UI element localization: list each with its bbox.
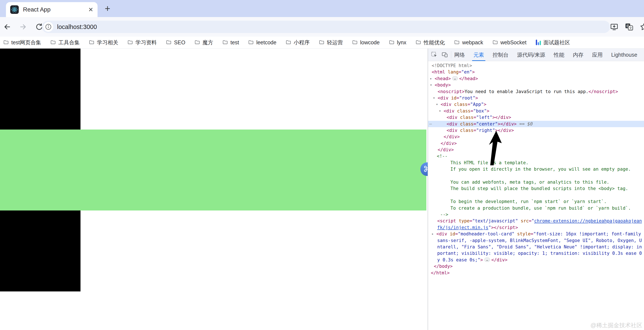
bookmark-label: test网页合集 (11, 39, 41, 46)
bookmark-item[interactable]: SEO (166, 40, 185, 46)
devtools-tab[interactable]: 网络 (454, 48, 465, 61)
annotation-arrow (482, 130, 504, 166)
dom-tree-row[interactable]: <!DOCTYPE html> (428, 62, 644, 69)
dom-tree-row[interactable]: ▾<body> (428, 82, 644, 88)
dom-tree-row[interactable]: --> (428, 211, 644, 218)
token-tag: ></script> (491, 225, 518, 230)
token-plain (518, 218, 521, 224)
device-toolbar-icon[interactable] (442, 52, 448, 58)
dom-tree-row[interactable]: <div class="right"></div> (428, 127, 644, 134)
token-tag: = (474, 128, 476, 133)
token-tag: = (458, 70, 461, 74)
forward-icon[interactable] (18, 21, 28, 32)
dom-tree-row[interactable]: ▸<div id="modheader-tool-card" style="fo… (428, 231, 644, 237)
bookmark-star-icon[interactable] (638, 21, 644, 32)
token-val: "center" (476, 122, 498, 126)
bookmark-item[interactable]: 轻运营 (319, 39, 343, 46)
dom-tree-row[interactable]: To create a production bundle, use `npm … (428, 205, 644, 211)
install-app-icon[interactable] (609, 21, 620, 32)
bookmark-item[interactable]: 魔方 (195, 39, 213, 46)
dom-tree-row[interactable]: ntarell, "Fira Sans", "Droid Sans", "Hel… (428, 244, 644, 250)
dom-tree-row[interactable]: ▾<div class="box"> (428, 108, 644, 114)
tab-close-icon[interactable]: ✕ (88, 6, 93, 13)
token-tag: = (468, 102, 470, 107)
dom-tree-row[interactable]: This HTML file is a template. (428, 160, 644, 166)
bookmark-item[interactable]: 性能优化 (416, 39, 445, 46)
browser-tab[interactable]: React App ✕ (6, 2, 98, 17)
bookmark-item[interactable]: test网页合集 (4, 39, 41, 46)
dom-tree-row[interactable]: fk/js/inject.min.js"></script> (428, 224, 644, 231)
bookmark-item[interactable]: 学习资料 (128, 39, 157, 46)
dom-tree-row[interactable]: <html lang="en"> (428, 69, 644, 75)
devtools-tab[interactable]: 内存 (573, 48, 584, 61)
dom-tree-row[interactable]: The build step will place the bundled sc… (428, 185, 644, 192)
token-val: font-size: 16px !important; font-family (536, 231, 641, 236)
expander-open-icon[interactable]: ▾ (430, 82, 432, 88)
translate-icon[interactable]: G 文 (624, 21, 635, 32)
devtools-tab[interactable]: 应用 (592, 48, 603, 61)
dom-tree-row[interactable]: ⋯<div class="center"></div> == $0 (428, 121, 644, 127)
expander-closed-icon[interactable]: ▸ (430, 76, 432, 82)
dom-tree-row[interactable] (428, 192, 644, 198)
bookmark-label: webpack (462, 40, 483, 46)
token-val: "text/javascript" (472, 218, 518, 224)
dom-tree-row[interactable]: ▾<div class="App"> (428, 101, 644, 108)
bookmark-item[interactable]: 小程序 (286, 39, 310, 46)
expander-closed-icon[interactable]: ▸ (432, 231, 434, 237)
row-menu-icon[interactable]: ⋯ (429, 121, 432, 127)
dom-tree-row[interactable]: </div> (428, 140, 644, 146)
dom-tree-row[interactable]: portant; visibility: visible; opacity: 1… (428, 250, 644, 256)
dom-tree-row[interactable]: To begin the development, run `npm start… (428, 198, 644, 205)
dom-tree-row[interactable]: <noscript>You need to enable JavaScript … (428, 88, 644, 95)
dom-tree-row[interactable] (428, 172, 644, 179)
token-pill: … (484, 258, 490, 262)
devtools-tab[interactable]: 控制台 (492, 48, 508, 61)
bookmark-label: 面试题社区 (544, 39, 570, 46)
browser-toolbar: localhost:3000 G 文 (0, 17, 644, 37)
devtools-tab[interactable]: 性能 (554, 48, 564, 61)
bookmark-item[interactable]: webpack (454, 40, 483, 46)
expander-open-icon[interactable]: ▾ (433, 95, 435, 101)
token-tag: <div (446, 128, 460, 133)
dom-tree-row[interactable]: If you open it directly in the browser, … (428, 166, 644, 172)
dom-tree-row[interactable]: <script type="text/javascript" src="chro… (428, 218, 644, 224)
inspect-element-icon[interactable] (431, 52, 438, 58)
expander-open-icon[interactable]: ▾ (436, 101, 438, 108)
dom-tree-row[interactable]: You can add webfonts, meta tags, or anal… (428, 179, 644, 185)
devtools-tab[interactable]: 源代码/来源 (517, 48, 545, 61)
token-comment: --> (440, 212, 448, 217)
dom-tree-row[interactable]: </body> (428, 263, 644, 270)
bookmark-item[interactable]: webSocket (492, 40, 526, 46)
bookmark-item[interactable]: 学习相关 (89, 39, 118, 46)
bookmark-item[interactable]: test (222, 40, 239, 46)
token-tag: = (470, 108, 473, 114)
devtools-tab[interactable]: 元素 (474, 48, 484, 61)
dom-tree-row[interactable]: <!-- (428, 153, 644, 159)
token-val: "App" (470, 102, 484, 107)
address-bar[interactable]: localhost:3000 (42, 21, 610, 33)
dom-tree-row[interactable]: sans-serif, -apple-system, BlinkMacSyste… (428, 237, 644, 244)
bookmark-item[interactable]: 面试题社区 (536, 39, 570, 46)
folder-icon (4, 40, 9, 46)
bookmark-item[interactable]: lowcode (352, 40, 380, 46)
expander-open-icon[interactable]: ▾ (439, 108, 441, 114)
token-tag: <div (444, 108, 457, 114)
dom-tree-row[interactable]: </div> (428, 146, 644, 153)
bookmark-item[interactable]: leetcode (248, 40, 276, 46)
dom-tree-row[interactable]: </div> (428, 134, 644, 140)
dom-tree-row[interactable]: <div class="left"></div> (428, 114, 644, 120)
token-tag: <div (446, 122, 460, 126)
react-favicon-icon (10, 5, 19, 14)
token-tag: > (498, 122, 500, 126)
dom-tree-row[interactable]: ▸<head>…</head> (428, 76, 644, 82)
site-info-icon[interactable] (44, 22, 53, 32)
dom-tree-row[interactable]: y 0.3s ease 0s;">…</div> (428, 257, 644, 263)
dom-tree-row[interactable]: </html> (428, 270, 644, 276)
devtools-tab[interactable]: Lighthouse (611, 48, 637, 61)
bookmark-item[interactable]: 工具合集 (50, 39, 80, 46)
dom-tree-row[interactable]: ▾<div id="root"> (428, 95, 644, 101)
new-tab-button[interactable]: + (105, 2, 110, 14)
back-icon[interactable] (2, 21, 13, 32)
svg-text:文: 文 (629, 26, 632, 30)
bookmark-item[interactable]: lynx (389, 40, 406, 46)
